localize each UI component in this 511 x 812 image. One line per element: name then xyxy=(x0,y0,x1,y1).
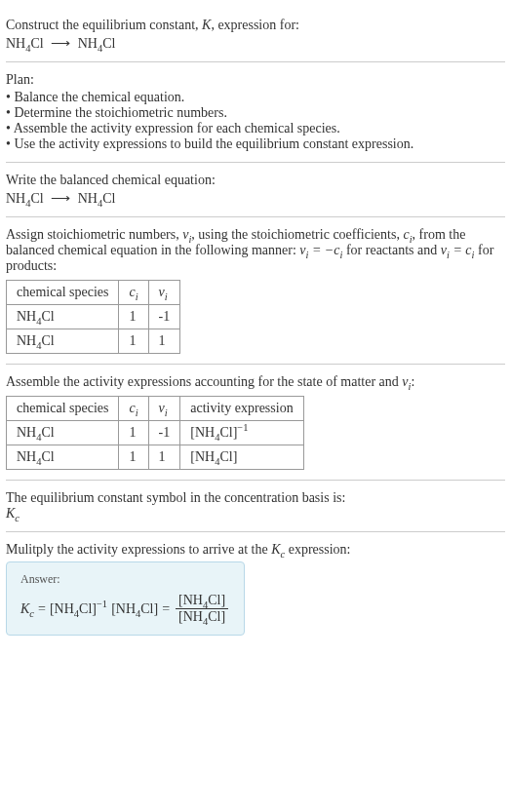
plan-title: Plan: xyxy=(6,72,505,88)
symbol-text: The equilibrium constant symbol in the c… xyxy=(6,490,505,506)
plan-item: Determine the stoichiometric numbers. xyxy=(6,105,505,121)
var-k: K xyxy=(202,18,211,32)
text: Construct the equilibrium constant, xyxy=(6,18,202,32)
activity-table: chemical species ci νi activity expressi… xyxy=(6,396,304,470)
multiply-intro: Mulitply the activity expressions to arr… xyxy=(6,542,505,558)
plan-item: Assemble the activity expression for eac… xyxy=(6,121,505,136)
answer-expression: Kc = [NH4Cl]−1 [NH4Cl] = [NH4Cl] [NH4Cl] xyxy=(20,593,230,625)
plan-section: Plan: Balance the chemical equation. Det… xyxy=(6,62,505,163)
table-row: NH4Cl 1 -1 [NH4Cl]−1 xyxy=(7,421,304,445)
header-line1: Construct the equilibrium constant, K, e… xyxy=(6,18,505,33)
col-vi: νi xyxy=(148,281,180,305)
cell-c: 1 xyxy=(119,329,148,354)
activity-intro: Assemble the activity expressions accoun… xyxy=(6,374,505,390)
balanced-section: Write the balanced chemical equation: NH… xyxy=(6,163,505,217)
stoich-table: chemical species ci νi NH4Cl 1 -1 NH4Cl … xyxy=(6,280,180,354)
cell-species: NH4Cl xyxy=(7,421,119,445)
text: , expression for: xyxy=(211,18,299,32)
header-equation: NH4Cl ⟶ NH4Cl xyxy=(6,35,505,52)
cell-v: -1 xyxy=(148,305,180,329)
stoich-intro: Assign stoichiometric numbers, νi, using… xyxy=(6,227,505,274)
cell-c: 1 xyxy=(119,445,148,470)
stoich-section: Assign stoichiometric numbers, νi, using… xyxy=(6,217,505,365)
col-ci: ci xyxy=(119,397,148,421)
answer-label: Answer: xyxy=(20,572,230,587)
col-species: chemical species xyxy=(7,397,119,421)
col-species: chemical species xyxy=(7,281,119,305)
table-row: NH4Cl 1 1 [NH4Cl] xyxy=(7,445,304,470)
cell-v: 1 xyxy=(148,329,180,354)
symbol-section: The equilibrium constant symbol in the c… xyxy=(6,481,505,532)
table-row: NH4Cl 1 -1 xyxy=(7,305,180,329)
col-vi: νi xyxy=(148,397,180,421)
symbol-kc: Kc xyxy=(6,506,505,522)
fraction: [NH4Cl] [NH4Cl] xyxy=(176,593,228,625)
plan-item: Balance the chemical equation. xyxy=(6,90,505,105)
col-activity: activity expression xyxy=(180,397,303,421)
cell-v: 1 xyxy=(148,445,180,470)
cell-species: NH4Cl xyxy=(7,305,119,329)
cell-species: NH4Cl xyxy=(7,329,119,354)
balanced-title: Write the balanced chemical equation: xyxy=(6,173,505,188)
plan-item: Use the activity expressions to build th… xyxy=(6,136,505,152)
table-row: NH4Cl 1 1 xyxy=(7,329,180,354)
cell-activity: [NH4Cl] xyxy=(180,445,303,470)
table-header-row: chemical species ci νi xyxy=(7,281,180,305)
header-section: Construct the equilibrium constant, K, e… xyxy=(6,8,505,62)
cell-c: 1 xyxy=(119,421,148,445)
cell-v: -1 xyxy=(148,421,180,445)
cell-species: NH4Cl xyxy=(7,445,119,470)
activity-section: Assemble the activity expressions accoun… xyxy=(6,365,505,481)
plan-list: Balance the chemical equation. Determine… xyxy=(6,90,505,152)
answer-box: Answer: Kc = [NH4Cl]−1 [NH4Cl] = [NH4Cl]… xyxy=(6,561,245,636)
denominator: [NH4Cl] xyxy=(176,609,228,625)
multiply-section: Mulitply the activity expressions to arr… xyxy=(6,532,505,645)
table-header-row: chemical species ci νi activity expressi… xyxy=(7,397,304,421)
col-ci: ci xyxy=(119,281,148,305)
cell-c: 1 xyxy=(119,305,148,329)
numerator: [NH4Cl] xyxy=(176,593,228,609)
balanced-equation: NH4Cl ⟶ NH4Cl xyxy=(6,190,505,207)
cell-activity: [NH4Cl]−1 xyxy=(180,421,303,445)
